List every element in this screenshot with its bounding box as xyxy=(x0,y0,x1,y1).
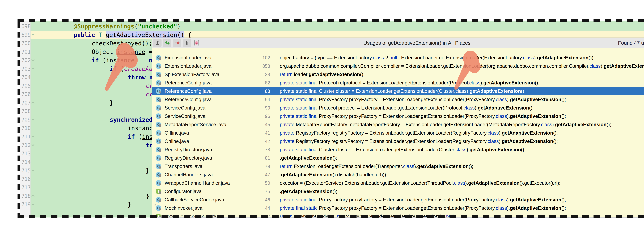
usage-line-number: 79 xyxy=(242,162,270,171)
usage-code-preview: return ExtensionLoader.getExtensionLoade… xyxy=(280,162,644,171)
method-filter-icon[interactable]: m xyxy=(192,39,201,47)
swap-arrows-icon[interactable] xyxy=(163,39,171,47)
lock-icon xyxy=(159,167,161,168)
usage-file-name: ChannelHandlers.java xyxy=(164,171,213,179)
fold-expand-icon[interactable] xyxy=(31,134,35,139)
usage-row[interactable]: CServiceConfig.java96private static fina… xyxy=(152,112,644,120)
line-number: 702 xyxy=(22,56,30,65)
line-number: 708 xyxy=(22,107,30,116)
usage-row[interactable]: CWrappedChannelHandler.java50executor = … xyxy=(152,179,644,187)
fold-collapse-icon[interactable] xyxy=(31,100,35,105)
lock-icon xyxy=(159,125,161,127)
line-number: 719 xyxy=(22,200,30,209)
fold-collapse-icon[interactable] xyxy=(31,194,35,198)
usage-row[interactable]: CReferenceConfig.java88private static fi… xyxy=(152,87,644,95)
usage-line-number: 102 xyxy=(242,54,270,62)
fold-collapse-icon[interactable] xyxy=(31,168,35,173)
lock-icon xyxy=(159,184,161,185)
usage-row[interactable]: CTransporters.java79return ExtensionLoad… xyxy=(152,162,644,171)
usage-row[interactable]: COnline.java42private RegistryFactory re… xyxy=(152,137,644,145)
usage-row[interactable]: CCallbackServiceCodec.java46private stat… xyxy=(152,196,644,204)
usage-row[interactable]: CReferenceConfig.java82private static fi… xyxy=(152,79,644,87)
class-icon: C xyxy=(156,80,161,86)
usage-code-preview: private static final ProxyFactory proxyF… xyxy=(280,95,644,104)
usage-row[interactable]: CSpiExtensionFactory.java33return loader… xyxy=(152,70,644,79)
line-number: 710 xyxy=(22,124,30,132)
line-number: 714 xyxy=(22,158,30,166)
lock-icon xyxy=(159,58,161,60)
usage-row[interactable]: CRegistryDirectory.java81.getAdaptiveExt… xyxy=(152,154,644,162)
lock-icon xyxy=(159,92,161,93)
class-icon: C xyxy=(156,122,161,127)
annotation-arrow-right xyxy=(447,49,486,91)
line-number: 717 xyxy=(22,183,30,192)
fold-expand-icon[interactable] xyxy=(31,66,35,71)
usage-file-name: WrappedChannelHandler.java xyxy=(164,179,230,187)
usage-code-preview: .getAdaptiveExtension(); xyxy=(280,154,644,162)
usage-row[interactable]: CRegistryDirectory.java78private static … xyxy=(152,145,644,154)
usage-file-name: Transporters.java xyxy=(164,162,202,171)
lock-icon xyxy=(159,142,161,143)
usage-file-name: ReferenceConfig.java xyxy=(164,95,212,104)
usage-file-name: ExtensionLoader.java xyxy=(164,54,211,62)
svg-text:m: m xyxy=(196,42,198,44)
usage-row[interactable]: CMockInvoker.java44private final static … xyxy=(152,204,644,212)
usage-line-number: 88 xyxy=(242,87,270,95)
usage-code-preview: private static final Protocol protocol =… xyxy=(280,104,644,112)
line-number: 712 xyxy=(22,141,30,149)
fold-collapse-icon[interactable] xyxy=(31,202,35,207)
usage-row[interactable]: CServiceConfig.java90private static fina… xyxy=(152,104,644,112)
usage-file-name: ReferenceConfig.java xyxy=(164,87,212,95)
usage-file-name: SpiExtensionFactory.java xyxy=(164,70,220,79)
usage-code-preview: private final static ProxyFactory proxyF… xyxy=(280,204,644,212)
fold-expand-icon[interactable] xyxy=(31,143,35,147)
usage-code-preview: executor = (ExecutorService) ExtensionLo… xyxy=(280,179,644,187)
lock-icon xyxy=(159,200,161,202)
usage-line-number: 41 xyxy=(242,129,270,137)
usage-row[interactable]: CExtensionLoader.java102objectFactory = … xyxy=(152,54,644,62)
usages-popup: m Usages of getAdaptiveExtension() in Al… xyxy=(152,37,644,218)
annotation-border-bottom xyxy=(18,216,644,218)
usage-line-number: 50 xyxy=(242,179,270,187)
class-icon: C xyxy=(156,138,161,144)
usage-row[interactable]: CExtensionLoader.java858org.apache.dubbo… xyxy=(152,62,644,70)
fold-expand-icon[interactable] xyxy=(31,58,35,62)
usage-row[interactable]: CChannelHandlers.java47.getAdaptiveExten… xyxy=(152,171,644,179)
usage-file-name: MetadataReportService.java xyxy=(164,120,226,129)
usage-line-number: 858 xyxy=(242,62,270,70)
line-number: 699 xyxy=(22,31,30,39)
info-icon[interactable] xyxy=(183,39,191,47)
usage-file-name: Offline.java xyxy=(164,129,189,137)
line-number: 701 xyxy=(22,48,30,56)
popup-title: Usages of getAdaptiveExtension() in All … xyxy=(364,38,471,48)
usage-row[interactable]: CReferenceConfig.java94private static fi… xyxy=(152,95,644,104)
code-text: } xyxy=(128,200,132,209)
line-number: 698 xyxy=(22,22,30,31)
line-number: 700 xyxy=(22,39,30,48)
class-icon: C xyxy=(156,113,161,119)
fold-expand-icon[interactable] xyxy=(31,32,35,37)
usage-line-number: 33 xyxy=(242,70,270,79)
line-number: 709 xyxy=(22,116,30,124)
usage-row[interactable]: COffline.java41private RegistryFactory r… xyxy=(152,129,644,137)
usage-code-preview: private MetadataReportFactory metadataRe… xyxy=(280,120,644,129)
usage-line-number: 81 xyxy=(242,154,270,162)
fold-expand-icon[interactable] xyxy=(31,117,35,122)
usage-line-number: 90 xyxy=(242,104,270,112)
code-text: } xyxy=(110,99,113,107)
code-text: synchronized xyxy=(110,116,152,124)
usage-file-name: ExtensionLoader.java xyxy=(164,62,211,70)
overlay-marker-icon xyxy=(154,205,156,206)
screenshot-root: 698@SuppressWarnings("unchecked")699publ… xyxy=(0,0,644,236)
usage-code-preview: private RegistryFactory registryFactory … xyxy=(280,129,644,137)
forward-arrow-icon[interactable] xyxy=(173,39,181,47)
lock-icon xyxy=(159,209,161,210)
line-number: 716 xyxy=(22,175,30,183)
line-number: 706 xyxy=(22,90,30,99)
usage-file-name: MockInvoker.java xyxy=(164,204,202,212)
pin-down-icon[interactable] xyxy=(153,39,162,47)
lock-icon xyxy=(159,67,161,68)
class-icon: C xyxy=(156,72,161,77)
usage-row[interactable]: CMetadataReportService.java45private Met… xyxy=(152,120,644,129)
usage-row[interactable]: IConfigurator.java75.getAdaptiveExtensio… xyxy=(152,187,644,196)
